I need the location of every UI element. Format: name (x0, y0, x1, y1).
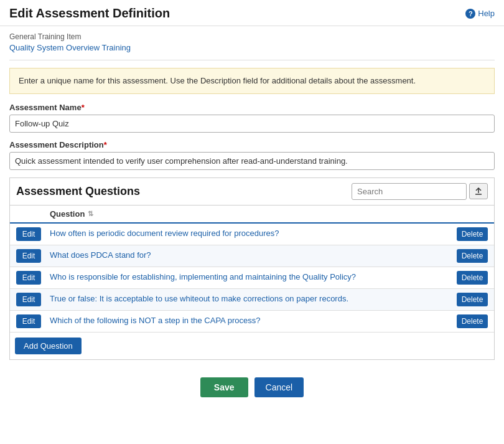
assessment-name-label: Assessment Name* (9, 103, 495, 112)
questions-header: Assessment Questions (10, 178, 494, 205)
add-question-area: Add Question (10, 333, 494, 359)
th-question: Question ⇅ (47, 209, 450, 219)
edit-button-2[interactable]: Edit (16, 271, 42, 285)
assessment-description-input[interactable] (9, 152, 495, 170)
cell-question-1: What does PDCA stand for? (47, 245, 450, 265)
cancel-button[interactable]: Cancel (254, 377, 304, 397)
page-header: Edit Assessment Definition ? Help (0, 0, 504, 26)
help-label: Help (478, 9, 495, 18)
footer-actions: Save Cancel (0, 366, 504, 410)
page-title: Edit Assessment Definition (9, 6, 170, 21)
cell-delete-3: Delete (450, 289, 494, 310)
save-button[interactable]: Save (200, 377, 248, 397)
cell-edit-3: Edit (10, 289, 47, 310)
cell-edit-2: Edit (10, 267, 47, 288)
edit-button-3[interactable]: Edit (16, 293, 42, 306)
questions-title: Assessment Questions (16, 185, 140, 198)
training-item-section: General Training Item Quality System Ove… (9, 32, 495, 52)
cell-edit-1: Edit (10, 245, 47, 267)
search-button[interactable] (469, 183, 488, 199)
cell-delete-1: Delete (450, 245, 494, 267)
divider-1 (9, 60, 495, 60)
help-link[interactable]: ? Help (465, 9, 495, 19)
main-content: General Training Item Quality System Ove… (0, 26, 504, 366)
cell-question-4: Which of the following is NOT a step in … (47, 311, 450, 331)
search-area (352, 183, 488, 200)
delete-button-4[interactable]: Delete (457, 314, 488, 328)
questions-list: Edit How often is periodic document revi… (10, 224, 494, 333)
cell-delete-0: Delete (450, 224, 494, 245)
table-header-row: Question ⇅ (10, 205, 494, 224)
cell-question-0: How often is periodic document review re… (47, 224, 450, 243)
cell-delete-2: Delete (450, 267, 494, 288)
cell-delete-4: Delete (450, 311, 494, 332)
cell-question-2: Who is responsible for establishing, imp… (47, 267, 450, 287)
cell-edit-4: Edit (10, 311, 47, 332)
general-training-label: General Training Item (9, 32, 495, 41)
table-row: Edit Who is responsible for establishing… (10, 267, 494, 289)
questions-section: Assessment Questions Question ⇅ (9, 177, 495, 360)
delete-button-0[interactable]: Delete (457, 227, 488, 241)
training-link[interactable]: Quality System Overview Training (9, 43, 131, 52)
assessment-description-label: Assessment Description* (9, 140, 495, 149)
cell-edit-0: Edit (10, 224, 47, 245)
delete-button-1[interactable]: Delete (457, 249, 488, 263)
table-row: Edit How often is periodic document revi… (10, 224, 494, 245)
add-question-button[interactable]: Add Question (15, 338, 82, 354)
assessment-name-group: Assessment Name* (9, 103, 495, 133)
search-input[interactable] (352, 183, 467, 200)
table-row: Edit Which of the following is NOT a ste… (10, 311, 494, 333)
cell-question-3: True or false: It is acceptable to use w… (47, 289, 450, 309)
edit-button-1[interactable]: Edit (16, 249, 42, 263)
assessment-name-input[interactable] (9, 115, 495, 133)
table-row: Edit What does PDCA stand for? Delete (10, 245, 494, 267)
table-row: Edit True or false: It is acceptable to … (10, 289, 494, 311)
sort-icon[interactable]: ⇅ (88, 210, 93, 218)
edit-button-0[interactable]: Edit (16, 227, 42, 241)
delete-button-3[interactable]: Delete (457, 293, 488, 306)
delete-button-2[interactable]: Delete (457, 271, 488, 285)
edit-button-4[interactable]: Edit (16, 314, 42, 328)
upload-icon (474, 187, 483, 196)
info-box: Enter a unique name for this assessment.… (9, 68, 495, 94)
assessment-description-group: Assessment Description* (9, 140, 495, 170)
help-icon: ? (465, 9, 475, 19)
